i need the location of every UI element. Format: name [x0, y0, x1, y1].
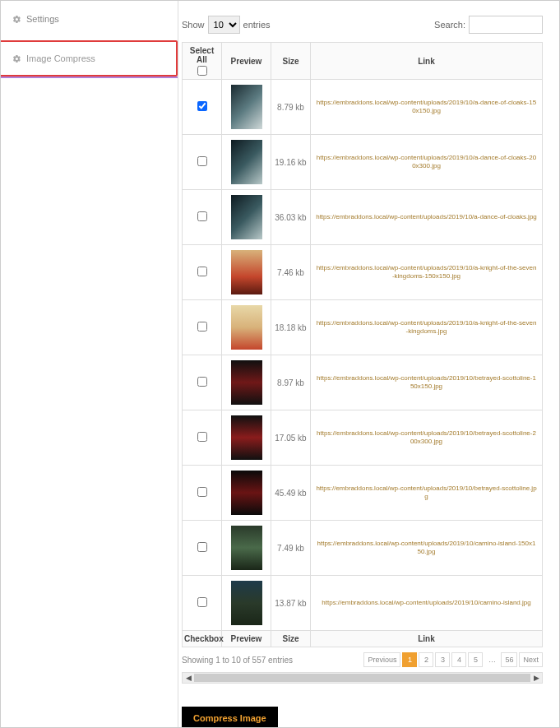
- col-preview: Preview: [222, 43, 271, 80]
- table-row: 13.87 kbhttps://embraddons.local/wp-cont…: [183, 576, 543, 631]
- link-cell[interactable]: https://embraddons.local/wp-content/uplo…: [311, 355, 543, 410]
- entries-label: entries: [243, 20, 271, 30]
- link-cell[interactable]: https://embraddons.local/wp-content/uplo…: [311, 80, 543, 135]
- thumbnail: [231, 415, 262, 460]
- thumbnail: [231, 250, 262, 294]
- show-label: Show: [182, 20, 205, 30]
- table-row: 7.49 kbhttps://embraddons.local/wp-conte…: [183, 521, 543, 576]
- pager: Previous12345…56Next: [363, 652, 543, 667]
- table-row: 18.18 kbhttps://embraddons.local/wp-cont…: [183, 300, 543, 355]
- pager-page-56[interactable]: 56: [501, 652, 517, 667]
- size-cell: 45.49 kb: [271, 466, 311, 521]
- table-row: 36.03 kbhttps://embraddons.local/wp-cont…: [183, 190, 543, 245]
- size-cell: 17.05 kb: [271, 410, 311, 466]
- row-checkbox[interactable]: [197, 101, 207, 111]
- link-cell[interactable]: https://embraddons.local/wp-content/uplo…: [311, 576, 543, 631]
- pager-page-3[interactable]: 3: [435, 652, 450, 667]
- horizontal-scrollbar[interactable]: ◀ ▶: [182, 672, 543, 684]
- images-table: Select All Preview Size Link 8.79 kbhttp…: [182, 42, 543, 647]
- foot-size: Size: [271, 631, 311, 647]
- row-checkbox[interactable]: [197, 156, 207, 166]
- select-all-checkbox[interactable]: [197, 66, 207, 76]
- thumbnail: [231, 360, 262, 405]
- row-checkbox[interactable]: [197, 487, 207, 497]
- table-row: 8.97 kbhttps://embraddons.local/wp-conte…: [183, 355, 543, 410]
- table-row: 8.79 kbhttps://embraddons.local/wp-conte…: [183, 80, 543, 135]
- size-cell: 7.49 kb: [271, 521, 311, 576]
- row-checkbox[interactable]: [197, 597, 207, 607]
- scroll-right-icon[interactable]: ▶: [530, 674, 542, 682]
- thumbnail: [231, 140, 262, 184]
- gear-icon: [12, 15, 21, 24]
- table-row: 19.16 kbhttps://embraddons.local/wp-cont…: [183, 135, 543, 190]
- row-checkbox[interactable]: [197, 322, 207, 332]
- foot-preview: Preview: [222, 631, 271, 647]
- thumbnail: [231, 305, 262, 350]
- entries-select[interactable]: 10: [208, 16, 240, 34]
- search-label: Search:: [434, 20, 465, 30]
- foot-checkbox: Checkbox: [183, 631, 222, 647]
- sidebar-item-label: Settings: [26, 14, 59, 24]
- search-input[interactable]: [469, 16, 543, 34]
- link-cell[interactable]: https://embraddons.local/wp-content/uplo…: [311, 521, 543, 576]
- link-cell[interactable]: https://embraddons.local/wp-content/uplo…: [311, 300, 543, 355]
- thumbnail: [231, 85, 262, 129]
- table-row: 7.46 kbhttps://embraddons.local/wp-conte…: [183, 245, 543, 300]
- link-cell[interactable]: https://embraddons.local/wp-content/uplo…: [311, 190, 543, 245]
- table-toolbar: Show 10 entries Search:: [182, 16, 543, 34]
- table-row: 17.05 kbhttps://embraddons.local/wp-cont…: [183, 410, 543, 466]
- thumbnail: [231, 526, 262, 570]
- pager-page-4[interactable]: 4: [451, 652, 466, 667]
- link-cell[interactable]: https://embraddons.local/wp-content/uplo…: [311, 466, 543, 521]
- scroll-left-icon[interactable]: ◀: [183, 674, 194, 682]
- size-cell: 13.87 kb: [271, 576, 311, 631]
- link-cell[interactable]: https://embraddons.local/wp-content/uplo…: [311, 245, 543, 300]
- pager-prev[interactable]: Previous: [363, 652, 400, 667]
- size-cell: 19.16 kb: [271, 135, 311, 190]
- row-checkbox[interactable]: [197, 267, 207, 276]
- thumbnail: [231, 581, 262, 625]
- sidebar-item-label: Image Compress: [26, 53, 95, 63]
- table-row: 45.49 kbhttps://embraddons.local/wp-cont…: [183, 466, 543, 521]
- foot-link: Link: [311, 631, 543, 647]
- gear-icon: [12, 54, 21, 63]
- col-select: Select All: [183, 43, 222, 80]
- size-cell: 8.79 kb: [271, 80, 311, 135]
- pager-next[interactable]: Next: [519, 652, 543, 667]
- size-cell: 36.03 kb: [271, 190, 311, 245]
- row-checkbox[interactable]: [197, 211, 207, 221]
- thumbnail: [231, 195, 262, 239]
- size-cell: 7.46 kb: [271, 245, 311, 300]
- pager-page-2[interactable]: 2: [419, 652, 433, 667]
- entries-info: Showing 1 to 10 of 557 entries: [182, 656, 293, 665]
- pager-page-5[interactable]: 5: [468, 652, 483, 667]
- sidebar-item-settings[interactable]: Settings: [1, 9, 178, 29]
- col-link: Link: [311, 43, 543, 80]
- compress-image-button[interactable]: Compress Image: [182, 707, 278, 727]
- pager-ellipsis: …: [484, 652, 499, 667]
- sidebar-item-image-compress[interactable]: Image Compress: [0, 40, 178, 77]
- sidebar: SettingsImage Compress: [1, 1, 178, 727]
- scroll-track[interactable]: [194, 674, 530, 682]
- row-checkbox[interactable]: [197, 377, 207, 387]
- size-cell: 18.18 kb: [271, 300, 311, 355]
- col-size: Size: [271, 43, 311, 80]
- link-cell[interactable]: https://embraddons.local/wp-content/uplo…: [311, 410, 543, 466]
- row-checkbox[interactable]: [197, 542, 207, 552]
- size-cell: 8.97 kb: [271, 355, 311, 410]
- main-panel: Show 10 entries Search: Select All: [178, 1, 559, 727]
- thumbnail: [231, 471, 262, 515]
- pager-page-1[interactable]: 1: [402, 652, 417, 667]
- row-checkbox[interactable]: [197, 432, 207, 442]
- link-cell[interactable]: https://embraddons.local/wp-content/uplo…: [311, 135, 543, 190]
